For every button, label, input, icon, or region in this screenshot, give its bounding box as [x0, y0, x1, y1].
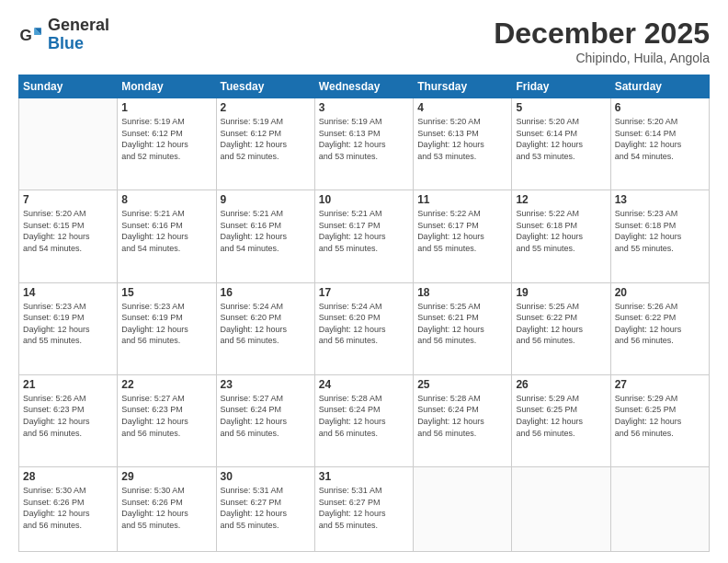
- logo-blue: Blue: [48, 34, 84, 52]
- logo-general: General: [48, 16, 109, 34]
- day-number: 26: [516, 378, 606, 391]
- day-cell: 7Sunrise: 5:20 AM Sunset: 6:15 PM Daylig…: [19, 190, 118, 282]
- day-cell: 5Sunrise: 5:20 AM Sunset: 6:14 PM Daylig…: [512, 98, 610, 190]
- day-cell: [19, 98, 118, 190]
- day-info: Sunrise: 5:20 AM Sunset: 6:14 PM Dayligh…: [615, 116, 705, 162]
- svg-text:G: G: [20, 27, 32, 44]
- day-cell: 27Sunrise: 5:29 AM Sunset: 6:25 PM Dayli…: [610, 374, 709, 466]
- day-info: Sunrise: 5:30 AM Sunset: 6:26 PM Dayligh…: [121, 485, 211, 531]
- day-cell: 14Sunrise: 5:23 AM Sunset: 6:19 PM Dayli…: [19, 282, 118, 374]
- day-info: Sunrise: 5:21 AM Sunset: 6:16 PM Dayligh…: [121, 208, 211, 254]
- col-header-saturday: Saturday: [610, 75, 709, 98]
- day-info: Sunrise: 5:23 AM Sunset: 6:18 PM Dayligh…: [615, 208, 705, 254]
- day-cell: 2Sunrise: 5:19 AM Sunset: 6:12 PM Daylig…: [216, 98, 314, 190]
- col-header-monday: Monday: [118, 75, 216, 98]
- day-cell: 19Sunrise: 5:25 AM Sunset: 6:22 PM Dayli…: [512, 282, 610, 374]
- title-block: December 2025 Chipindo, Huila, Angola: [494, 17, 710, 65]
- day-info: Sunrise: 5:29 AM Sunset: 6:25 PM Dayligh…: [615, 393, 705, 439]
- day-cell: 6Sunrise: 5:20 AM Sunset: 6:14 PM Daylig…: [610, 98, 709, 190]
- day-info: Sunrise: 5:21 AM Sunset: 6:16 PM Dayligh…: [221, 208, 311, 254]
- day-cell: 1Sunrise: 5:19 AM Sunset: 6:12 PM Daylig…: [118, 98, 216, 190]
- day-info: Sunrise: 5:29 AM Sunset: 6:25 PM Dayligh…: [516, 393, 606, 439]
- day-cell: 24Sunrise: 5:28 AM Sunset: 6:24 PM Dayli…: [314, 374, 413, 466]
- day-number: 28: [23, 470, 113, 483]
- day-number: 7: [23, 193, 113, 206]
- day-number: 8: [121, 193, 211, 206]
- day-info: Sunrise: 5:20 AM Sunset: 6:13 PM Dayligh…: [417, 116, 507, 162]
- day-cell: 10Sunrise: 5:21 AM Sunset: 6:17 PM Dayli…: [314, 190, 413, 282]
- day-cell: [414, 467, 512, 552]
- header-row: SundayMondayTuesdayWednesdayThursdayFrid…: [19, 75, 710, 98]
- day-info: Sunrise: 5:23 AM Sunset: 6:19 PM Dayligh…: [121, 301, 211, 347]
- week-row-3: 14Sunrise: 5:23 AM Sunset: 6:19 PM Dayli…: [19, 282, 710, 374]
- day-cell: 30Sunrise: 5:31 AM Sunset: 6:27 PM Dayli…: [216, 467, 314, 552]
- col-header-wednesday: Wednesday: [314, 75, 413, 98]
- calendar-table: SundayMondayTuesdayWednesdayThursdayFrid…: [18, 75, 710, 552]
- day-info: Sunrise: 5:21 AM Sunset: 6:17 PM Dayligh…: [319, 208, 409, 254]
- day-cell: 11Sunrise: 5:22 AM Sunset: 6:17 PM Dayli…: [414, 190, 512, 282]
- day-number: 5: [516, 101, 606, 114]
- day-info: Sunrise: 5:24 AM Sunset: 6:20 PM Dayligh…: [319, 301, 409, 347]
- logo-icon: G: [18, 22, 44, 48]
- col-header-sunday: Sunday: [19, 75, 118, 98]
- month-title: December 2025: [494, 17, 710, 51]
- day-number: 23: [221, 378, 311, 391]
- day-info: Sunrise: 5:28 AM Sunset: 6:24 PM Dayligh…: [417, 393, 507, 439]
- day-cell: 28Sunrise: 5:30 AM Sunset: 6:26 PM Dayli…: [19, 467, 118, 552]
- day-cell: 13Sunrise: 5:23 AM Sunset: 6:18 PM Dayli…: [610, 190, 709, 282]
- day-cell: 23Sunrise: 5:27 AM Sunset: 6:24 PM Dayli…: [216, 374, 314, 466]
- week-row-1: 1Sunrise: 5:19 AM Sunset: 6:12 PM Daylig…: [19, 98, 710, 190]
- day-cell: 18Sunrise: 5:25 AM Sunset: 6:21 PM Dayli…: [414, 282, 512, 374]
- day-info: Sunrise: 5:22 AM Sunset: 6:18 PM Dayligh…: [516, 208, 606, 254]
- day-number: 10: [319, 193, 409, 206]
- day-number: 16: [221, 286, 311, 299]
- day-info: Sunrise: 5:19 AM Sunset: 6:12 PM Dayligh…: [121, 116, 211, 162]
- day-cell: 31Sunrise: 5:31 AM Sunset: 6:27 PM Dayli…: [314, 467, 413, 552]
- week-row-2: 7Sunrise: 5:20 AM Sunset: 6:15 PM Daylig…: [19, 190, 710, 282]
- day-info: Sunrise: 5:27 AM Sunset: 6:24 PM Dayligh…: [221, 393, 311, 439]
- day-info: Sunrise: 5:25 AM Sunset: 6:21 PM Dayligh…: [417, 301, 507, 347]
- day-info: Sunrise: 5:31 AM Sunset: 6:27 PM Dayligh…: [319, 485, 409, 531]
- subtitle: Chipindo, Huila, Angola: [494, 51, 710, 65]
- day-number: 22: [121, 378, 211, 391]
- day-number: 13: [615, 193, 705, 206]
- day-number: 31: [319, 470, 409, 483]
- day-info: Sunrise: 5:26 AM Sunset: 6:23 PM Dayligh…: [23, 393, 113, 439]
- week-row-5: 28Sunrise: 5:30 AM Sunset: 6:26 PM Dayli…: [19, 467, 710, 552]
- day-number: 24: [319, 378, 409, 391]
- day-number: 29: [121, 470, 211, 483]
- col-header-thursday: Thursday: [414, 75, 512, 98]
- day-cell: 25Sunrise: 5:28 AM Sunset: 6:24 PM Dayli…: [414, 374, 512, 466]
- day-number: 21: [23, 378, 113, 391]
- week-row-4: 21Sunrise: 5:26 AM Sunset: 6:23 PM Dayli…: [19, 374, 710, 466]
- header: G General Blue December 2025 Chipindo, H…: [18, 17, 710, 65]
- day-cell: 29Sunrise: 5:30 AM Sunset: 6:26 PM Dayli…: [118, 467, 216, 552]
- day-info: Sunrise: 5:23 AM Sunset: 6:19 PM Dayligh…: [23, 301, 113, 347]
- day-number: 30: [221, 470, 311, 483]
- day-cell: 22Sunrise: 5:27 AM Sunset: 6:23 PM Dayli…: [118, 374, 216, 466]
- day-info: Sunrise: 5:19 AM Sunset: 6:12 PM Dayligh…: [221, 116, 311, 162]
- col-header-tuesday: Tuesday: [216, 75, 314, 98]
- day-number: 2: [221, 101, 311, 114]
- day-number: 1: [121, 101, 211, 114]
- day-cell: 20Sunrise: 5:26 AM Sunset: 6:22 PM Dayli…: [610, 282, 709, 374]
- day-cell: [610, 467, 709, 552]
- day-number: 18: [417, 286, 507, 299]
- day-number: 4: [417, 101, 507, 114]
- day-cell: 8Sunrise: 5:21 AM Sunset: 6:16 PM Daylig…: [118, 190, 216, 282]
- day-info: Sunrise: 5:20 AM Sunset: 6:14 PM Dayligh…: [516, 116, 606, 162]
- day-number: 11: [417, 193, 507, 206]
- col-header-friday: Friday: [512, 75, 610, 98]
- logo-text: General Blue: [48, 17, 109, 53]
- day-number: 20: [615, 286, 705, 299]
- page: G General Blue December 2025 Chipindo, H…: [0, 0, 728, 563]
- day-cell: 16Sunrise: 5:24 AM Sunset: 6:20 PM Dayli…: [216, 282, 314, 374]
- logo: G General Blue: [18, 17, 109, 53]
- day-cell: 21Sunrise: 5:26 AM Sunset: 6:23 PM Dayli…: [19, 374, 118, 466]
- day-cell: 15Sunrise: 5:23 AM Sunset: 6:19 PM Dayli…: [118, 282, 216, 374]
- day-cell: 3Sunrise: 5:19 AM Sunset: 6:13 PM Daylig…: [314, 98, 413, 190]
- day-number: 17: [319, 286, 409, 299]
- day-info: Sunrise: 5:26 AM Sunset: 6:22 PM Dayligh…: [615, 301, 705, 347]
- day-cell: 4Sunrise: 5:20 AM Sunset: 6:13 PM Daylig…: [414, 98, 512, 190]
- day-cell: 17Sunrise: 5:24 AM Sunset: 6:20 PM Dayli…: [314, 282, 413, 374]
